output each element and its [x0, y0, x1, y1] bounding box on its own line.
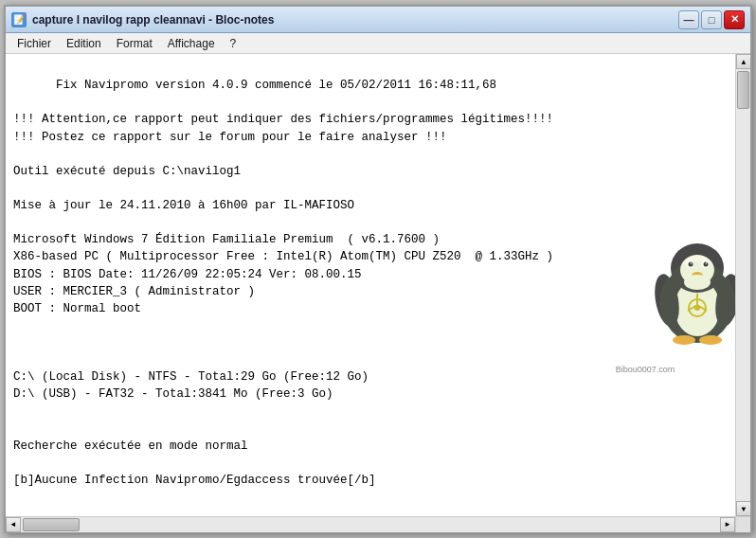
svg-point-16	[689, 299, 706, 316]
window-title: capture l navilog rapp cleannavi - Bloc-…	[32, 13, 274, 27]
menu-affichage[interactable]: Affichage	[160, 35, 223, 52]
svg-point-1	[675, 279, 720, 336]
svg-point-5	[689, 262, 693, 267]
scrollbar-corner	[735, 517, 750, 532]
close-button[interactable]: ✕	[724, 10, 745, 29]
svg-point-8	[704, 262, 709, 267]
menu-fichier[interactable]: Fichier	[9, 35, 59, 52]
title-bar: 📝 capture l navilog rapp cleannavi - Blo…	[6, 7, 750, 33]
bottom-bar: ◄ ►	[6, 516, 750, 531]
svg-point-13	[673, 335, 695, 345]
menu-help[interactable]: ?	[223, 35, 244, 52]
svg-point-11	[651, 272, 682, 328]
scroll-thumb-horizontal[interactable]	[23, 518, 80, 531]
svg-point-0	[661, 263, 733, 343]
svg-line-19	[697, 305, 707, 311]
svg-point-21	[659, 261, 735, 345]
svg-line-20	[688, 305, 697, 311]
scroll-down-button[interactable]: ▼	[736, 501, 750, 516]
penguin-image	[640, 223, 735, 346]
svg-point-17	[694, 305, 700, 311]
maximize-button[interactable]: □	[701, 10, 722, 29]
scroll-thumb-vertical[interactable]	[737, 71, 749, 109]
main-window: 📝 capture l navilog rapp cleannavi - Blo…	[4, 5, 752, 533]
svg-point-6	[691, 262, 693, 264]
editor-content: Fix Navipromo version 4.0.9 commencé le …	[13, 79, 553, 516]
svg-point-2	[671, 243, 724, 293]
penguin-watermark: Bibou0007.com	[584, 206, 707, 338]
menu-bar: Fichier Edition Format Affichage ?	[6, 33, 750, 54]
app-icon: 📝	[11, 12, 27, 27]
svg-point-15	[684, 275, 711, 290]
scroll-up-button[interactable]: ▲	[736, 54, 750, 69]
svg-point-14	[699, 335, 722, 345]
scroll-left-button[interactable]: ◄	[6, 517, 21, 532]
svg-point-3	[680, 255, 714, 285]
title-bar-left: 📝 capture l navilog rapp cleannavi - Blo…	[11, 12, 274, 27]
title-buttons: — □ ✕	[678, 10, 745, 29]
text-editor[interactable]: Fix Navipromo version 4.0.9 commencé le …	[6, 54, 735, 516]
horizontal-scrollbar: ◄ ►	[6, 517, 735, 532]
minimize-button[interactable]: —	[678, 10, 699, 29]
scroll-right-button[interactable]: ►	[720, 517, 735, 532]
svg-point-9	[706, 262, 708, 264]
svg-point-10	[692, 272, 703, 279]
content-area: Fix Navipromo version 4.0.9 commencé le …	[6, 54, 750, 516]
watermark-text: Bibou0007.com	[584, 364, 707, 376]
vertical-scrollbar: ▲ ▼	[735, 54, 750, 516]
scroll-track-vertical[interactable]	[736, 69, 750, 501]
scroll-track-horizontal[interactable]	[21, 517, 720, 532]
svg-point-4	[686, 260, 693, 268]
menu-edition[interactable]: Edition	[59, 35, 109, 52]
svg-point-7	[701, 260, 709, 268]
menu-format[interactable]: Format	[109, 35, 160, 52]
svg-point-12	[711, 272, 735, 328]
